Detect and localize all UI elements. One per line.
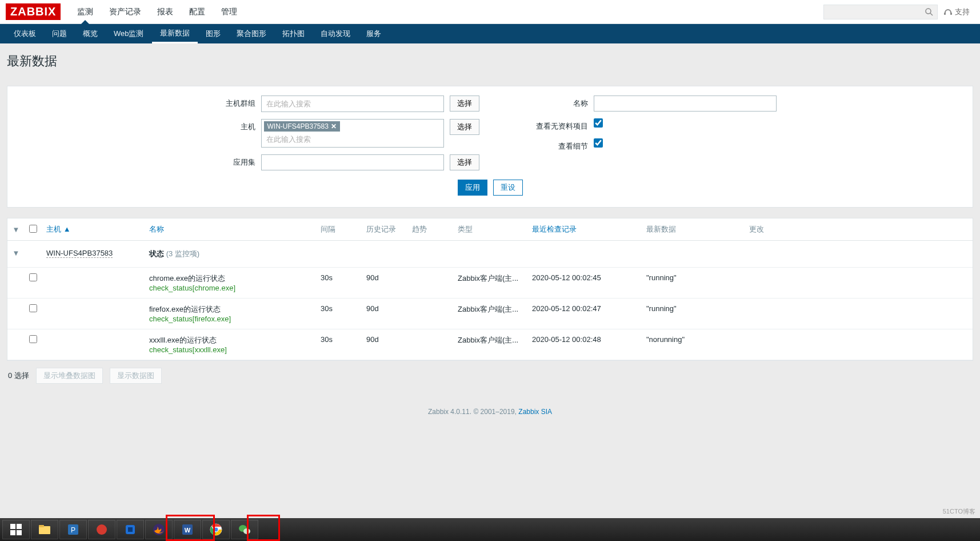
- col-name[interactable]: 名称: [149, 225, 164, 233]
- application-name: 状态: [149, 249, 164, 258]
- item-type: Zabbix客户端(主...: [453, 268, 527, 299]
- row-checkbox[interactable]: [29, 273, 37, 281]
- svg-rect-6: [10, 530, 15, 535]
- item-interval: 30s: [316, 268, 362, 299]
- label-show-empty: 查看无资料项目: [514, 118, 588, 132]
- filter-card: 主机群组 选择 主机 WIN-UFS4PB37583 ✕: [7, 86, 973, 208]
- hostgroup-multiselect[interactable]: [261, 96, 444, 112]
- subnav-problems[interactable]: 问题: [44, 24, 75, 43]
- sort-asc-icon: ▲: [63, 225, 71, 233]
- subnav-dashboard[interactable]: 仪表板: [6, 24, 44, 43]
- application-select-button[interactable]: 选择: [450, 154, 479, 170]
- svg-rect-8: [39, 526, 50, 534]
- stacked-graph-button[interactable]: 显示堆叠数据图: [36, 368, 103, 384]
- subnav-screens[interactable]: 聚合图形: [229, 24, 274, 43]
- zabbix-sia-link[interactable]: Zabbix SIA: [518, 408, 552, 416]
- expand-all-icon[interactable]: ▼: [12, 225, 20, 234]
- search-icon[interactable]: [925, 7, 934, 17]
- item-type: Zabbix客户端(主...: [453, 329, 527, 360]
- row-checkbox[interactable]: [29, 304, 37, 312]
- start-button[interactable]: [2, 520, 30, 539]
- item-last-check: 2020-05-12 00:02:45: [527, 268, 642, 299]
- support-label: 支持: [955, 7, 970, 17]
- topnav-config[interactable]: 配置: [181, 0, 213, 23]
- brand-logo[interactable]: ZABBIX: [6, 3, 61, 20]
- host-select-button[interactable]: 选择: [450, 119, 479, 135]
- item-interval: 30s: [316, 299, 362, 329]
- item-key-link[interactable]: check_status[chrome.exe]: [149, 284, 235, 292]
- item-key-link[interactable]: check_status[firefox.exe]: [149, 315, 231, 323]
- subnav-services[interactable]: 服务: [358, 24, 389, 43]
- explorer-icon[interactable]: [31, 520, 58, 539]
- support-link[interactable]: 支持: [943, 7, 970, 17]
- topnav-inventory[interactable]: 资产记录: [101, 0, 149, 23]
- app-icon-3[interactable]: [117, 520, 144, 539]
- hostgroup-input[interactable]: [264, 98, 441, 110]
- item-change: [745, 268, 790, 299]
- table-row: xxxlll.exe的运行状态 check_status[xxxlll.exe]…: [7, 329, 973, 360]
- page-title: 最新数据: [0, 43, 980, 79]
- apply-button[interactable]: 应用: [458, 180, 487, 196]
- svg-rect-9: [39, 525, 44, 527]
- svg-point-12: [97, 524, 107, 535]
- svg-rect-4: [10, 524, 15, 529]
- col-type: 类型: [453, 218, 527, 241]
- host-tag-label: WIN-UFS4PB37583: [267, 122, 329, 130]
- search-input[interactable]: [827, 7, 925, 16]
- topnav: 监测 资产记录 报表 配置 管理: [69, 0, 245, 23]
- topnav-admin[interactable]: 管理: [213, 0, 245, 23]
- svg-rect-7: [17, 530, 22, 535]
- item-key-link[interactable]: check_status[xxxlll.exe]: [149, 345, 227, 354]
- subnav-maps[interactable]: 拓扑图: [274, 24, 313, 43]
- hostgroup-select-button[interactable]: 选择: [450, 96, 479, 112]
- global-search[interactable]: [823, 5, 938, 19]
- col-host[interactable]: 主机 ▲: [46, 225, 71, 233]
- item-type: Zabbix客户端(主...: [453, 299, 527, 329]
- col-trends: 趋势: [407, 218, 453, 241]
- host-tag-remove-icon[interactable]: ✕: [331, 122, 337, 130]
- name-input[interactable]: [594, 96, 777, 112]
- svg-rect-2: [944, 13, 946, 15]
- data-table-card: ▼ 主机 ▲ 名称 间隔 历史记录 趋势 类型 最近检查记录 最新数据 更改: [7, 218, 973, 361]
- show-details-checkbox[interactable]: [594, 138, 603, 148]
- item-last-value: "running": [642, 299, 745, 329]
- selection-footer: 0 选择 显示堆叠数据图 显示数据图: [7, 361, 973, 384]
- item-trends: [407, 268, 453, 299]
- subnav-graphs[interactable]: 图形: [198, 24, 229, 43]
- col-history: 历史记录: [362, 218, 407, 241]
- topnav-reports[interactable]: 报表: [149, 0, 181, 23]
- item-last-value: "norunning": [642, 329, 745, 360]
- host-input[interactable]: [264, 133, 441, 145]
- subnav-latestdata[interactable]: 最新数据: [152, 24, 198, 43]
- host-tag[interactable]: WIN-UFS4PB37583 ✕: [264, 121, 340, 132]
- item-history: 90d: [362, 268, 407, 299]
- table-row: firefox.exe的运行状态 check_status[firefox.ex…: [7, 299, 973, 329]
- subnav-overview[interactable]: 概览: [75, 24, 106, 43]
- select-all-checkbox[interactable]: [29, 225, 37, 233]
- item-trends: [407, 329, 453, 360]
- application-input[interactable]: [261, 154, 444, 170]
- annotation-box-2: [247, 515, 280, 541]
- app-icon-2[interactable]: [88, 520, 115, 539]
- host-multiselect[interactable]: WIN-UFS4PB37583 ✕: [261, 119, 444, 148]
- item-history: 90d: [362, 329, 407, 360]
- app-icon-1[interactable]: P: [59, 520, 87, 539]
- topnav-monitoring[interactable]: 监测: [69, 0, 101, 23]
- item-count: (3 监控项): [166, 249, 200, 258]
- item-last-value: "running": [642, 268, 745, 299]
- selected-count: 0 选择: [8, 371, 29, 381]
- reset-button[interactable]: 重设: [493, 180, 523, 196]
- subnav-discovery[interactable]: 自动发现: [313, 24, 358, 43]
- expand-host-icon[interactable]: ▼: [12, 249, 20, 257]
- host-link[interactable]: WIN-UFS4PB37583: [46, 249, 113, 258]
- show-empty-checkbox[interactable]: [594, 118, 603, 128]
- watermark: 51CTO博客: [943, 507, 975, 516]
- col-last-check[interactable]: 最近检查记录: [532, 225, 577, 233]
- label-host: 主机: [204, 119, 255, 132]
- subnav-web[interactable]: Web监测: [106, 24, 152, 43]
- svg-text:P: P: [71, 526, 75, 534]
- annotation-box-1: [166, 515, 215, 541]
- graph-button[interactable]: 显示数据图: [110, 368, 162, 384]
- table-row: chrome.exe的运行状态 check_status[chrome.exe]…: [7, 268, 973, 299]
- row-checkbox[interactable]: [29, 335, 37, 343]
